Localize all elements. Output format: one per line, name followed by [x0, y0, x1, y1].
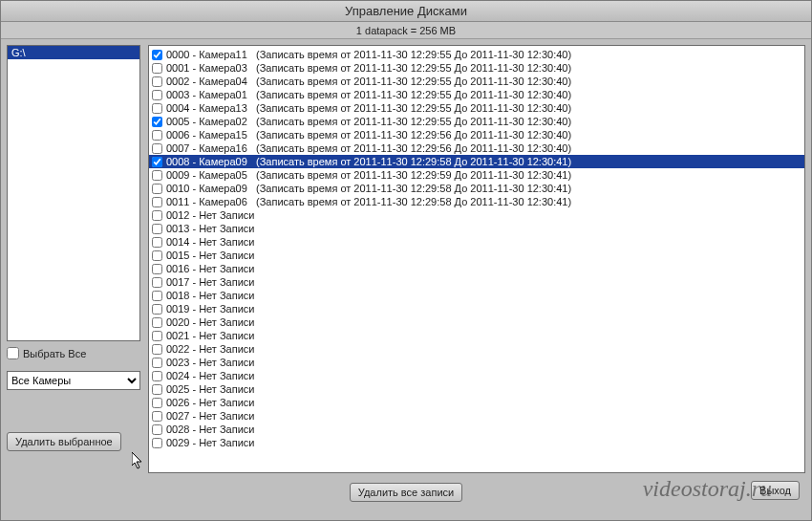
row-checkbox[interactable] — [152, 344, 162, 355]
row-checkbox[interactable] — [152, 170, 162, 181]
list-row[interactable]: 0018 - Нет Записи — [149, 289, 804, 302]
window-title: Управление Дисками — [1, 1, 811, 22]
row-checkbox[interactable] — [152, 438, 162, 448]
list-row[interactable]: 0022 - Нет Записи — [149, 342, 804, 356]
row-checkbox[interactable] — [152, 384, 162, 395]
row-camera-name: Нет Записи — [199, 396, 254, 409]
list-row[interactable]: 0023 - Нет Записи — [149, 356, 804, 369]
delete-all-button[interactable]: Удалить все записи — [350, 483, 462, 502]
list-row[interactable]: 0021 - Нет Записи — [149, 329, 804, 342]
list-row[interactable]: 0027 - Нет Записи — [149, 409, 804, 423]
list-row[interactable]: 0009 - Камера05 (Записать время от 2011-… — [149, 168, 804, 182]
list-row[interactable]: 0024 - Нет Записи — [149, 369, 804, 382]
list-row[interactable]: 0007 - Камера16 (Записать время от 2011-… — [149, 141, 804, 155]
row-checkbox[interactable] — [152, 331, 162, 341]
row-id: 0008 — [166, 155, 189, 168]
row-camera-name: Нет Записи — [199, 208, 254, 222]
row-checkbox[interactable] — [152, 76, 162, 87]
recording-list[interactable]: 0000 - Камера11 (Записать время от 2011-… — [148, 45, 805, 473]
row-checkbox[interactable] — [152, 424, 162, 435]
list-row[interactable]: 0010 - Камера09 (Записать время от 2011-… — [149, 182, 804, 195]
row-checkbox[interactable] — [152, 291, 162, 301]
row-checkbox[interactable] — [152, 157, 162, 167]
row-id: 0019 — [166, 302, 189, 315]
select-all-checkbox[interactable]: Выбрать Все — [7, 347, 140, 359]
list-row[interactable]: 0000 - Камера11 (Записать время от 2011-… — [149, 48, 804, 61]
row-camera-name: Нет Записи — [199, 356, 254, 369]
list-row[interactable]: 0013 - Нет Записи — [149, 222, 804, 235]
list-row[interactable]: 0005 - Камера02 (Записать время от 2011-… — [149, 115, 804, 128]
list-row[interactable]: 0028 - Нет Записи — [149, 423, 804, 436]
row-id: 0023 — [166, 356, 189, 369]
row-detail: (Записать время от 2011-11-30 12:29:58 Д… — [256, 155, 571, 168]
row-checkbox[interactable] — [152, 358, 162, 368]
row-checkbox[interactable] — [152, 264, 162, 274]
row-checkbox[interactable] — [152, 250, 162, 261]
row-camera-name: Камера01 — [199, 88, 247, 101]
row-id: 0022 — [166, 342, 189, 356]
row-checkbox[interactable] — [152, 50, 162, 60]
list-row[interactable]: 0001 - Камера03 (Записать время от 2011-… — [149, 61, 804, 75]
camera-filter[interactable]: Все Камеры — [7, 371, 140, 390]
list-row[interactable]: 0016 - Нет Записи — [149, 262, 804, 275]
row-checkbox[interactable] — [152, 210, 162, 221]
list-row[interactable]: 0019 - Нет Записи — [149, 302, 804, 315]
list-row[interactable]: 0015 - Нет Записи — [149, 249, 804, 262]
row-id: 0020 — [166, 315, 189, 329]
row-detail: (Записать время от 2011-11-30 12:29:55 Д… — [256, 115, 571, 128]
row-checkbox[interactable] — [152, 103, 162, 114]
select-all-input[interactable] — [7, 347, 19, 359]
row-camera-name: Нет Записи — [199, 436, 254, 449]
row-checkbox[interactable] — [152, 371, 162, 381]
row-checkbox[interactable] — [152, 411, 162, 422]
row-checkbox[interactable] — [152, 90, 162, 100]
drive-list[interactable]: G:\ — [7, 45, 140, 341]
row-checkbox[interactable] — [152, 197, 162, 207]
list-row[interactable]: 0002 - Камера04 (Записать время от 2011-… — [149, 75, 804, 88]
row-camera-name: Камера03 — [199, 61, 247, 75]
row-checkbox[interactable] — [152, 277, 162, 288]
row-id: 0006 — [166, 128, 189, 141]
row-checkbox[interactable] — [152, 304, 162, 315]
row-id: 0003 — [166, 88, 189, 101]
list-row[interactable]: 0020 - Нет Записи — [149, 315, 804, 329]
row-checkbox[interactable] — [152, 224, 162, 234]
row-camera-name: Нет Записи — [199, 342, 254, 356]
row-id: 0007 — [166, 141, 189, 155]
row-checkbox[interactable] — [152, 63, 162, 74]
row-checkbox[interactable] — [152, 317, 162, 328]
list-row[interactable]: 0029 - Нет Записи — [149, 436, 804, 449]
row-camera-name: Камера05 — [199, 168, 247, 182]
row-checkbox[interactable] — [152, 398, 162, 408]
row-camera-name: Камера02 — [199, 115, 247, 128]
row-camera-name: Нет Записи — [199, 329, 254, 342]
list-row[interactable]: 0011 - Камера06 (Записать время от 2011-… — [149, 195, 804, 208]
delete-selected-button[interactable]: Удалить выбранное — [7, 432, 121, 451]
row-camera-name: Камера13 — [199, 101, 247, 115]
list-row[interactable]: 0008 - Камера09 (Записать время от 2011-… — [149, 155, 804, 168]
list-row[interactable]: 0006 - Камера15 (Записать время от 2011-… — [149, 128, 804, 141]
row-id: 0018 — [166, 289, 189, 302]
row-camera-name: Камера09 — [199, 182, 247, 195]
row-checkbox[interactable] — [152, 130, 162, 141]
exit-button[interactable]: Выход — [751, 481, 800, 500]
row-detail: (Записать время от 2011-11-30 12:29:56 Д… — [256, 128, 571, 141]
row-checkbox[interactable] — [152, 143, 162, 154]
row-id: 0005 — [166, 115, 189, 128]
disk-management-window: Управление Дисками 1 datapack = 256 MB G… — [0, 0, 812, 521]
list-row[interactable]: 0017 - Нет Записи — [149, 275, 804, 289]
list-row[interactable]: 0026 - Нет Записи — [149, 396, 804, 409]
list-row[interactable]: 0025 - Нет Записи — [149, 382, 804, 396]
row-id: 0011 — [166, 195, 189, 208]
list-row[interactable]: 0003 - Камера01 (Записать время от 2011-… — [149, 88, 804, 101]
row-checkbox[interactable] — [152, 117, 162, 127]
row-id: 0025 — [166, 382, 189, 396]
row-camera-name: Нет Записи — [199, 222, 254, 235]
row-checkbox[interactable] — [152, 237, 162, 248]
row-checkbox[interactable] — [152, 184, 162, 194]
camera-filter-select[interactable]: Все Камеры — [7, 371, 140, 390]
list-row[interactable]: 0004 - Камера13 (Записать время от 2011-… — [149, 101, 804, 115]
list-row[interactable]: 0014 - Нет Записи — [149, 235, 804, 249]
list-row[interactable]: 0012 - Нет Записи — [149, 208, 804, 222]
drive-item[interactable]: G:\ — [8, 46, 139, 59]
